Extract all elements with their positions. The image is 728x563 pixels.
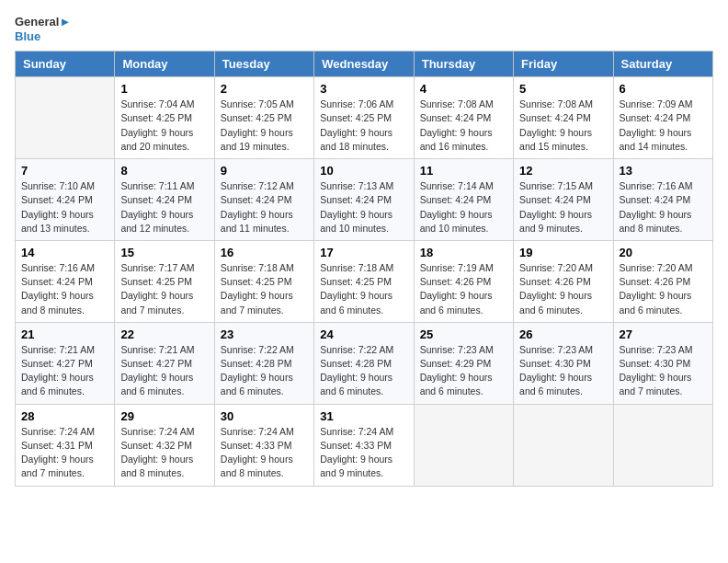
day-info: Sunrise: 7:08 AMSunset: 4:24 PMDaylight:…: [420, 98, 507, 154]
calendar-cell: [414, 404, 513, 486]
day-info: Sunrise: 7:18 AMSunset: 4:25 PMDaylight:…: [221, 261, 308, 317]
calendar-week-3: 14Sunrise: 7:16 AMSunset: 4:24 PMDayligh…: [16, 240, 713, 322]
day-info: Sunrise: 7:15 AMSunset: 4:24 PMDaylight:…: [519, 179, 607, 236]
calendar-cell: 20Sunrise: 7:20 AMSunset: 4:26 PMDayligh…: [613, 240, 712, 322]
weekday-header-wednesday: Wednesday: [314, 52, 414, 77]
day-number: 9: [221, 164, 308, 178]
day-number: 21: [21, 327, 108, 341]
calendar-cell: 5Sunrise: 7:08 AMSunset: 4:24 PMDaylight…: [514, 77, 613, 159]
day-number: 25: [420, 327, 507, 341]
day-info: Sunrise: 7:21 AMSunset: 4:27 PMDaylight:…: [21, 343, 108, 399]
day-info: Sunrise: 7:14 AMSunset: 4:24 PMDaylight:…: [420, 179, 507, 236]
calendar-cell: 27Sunrise: 7:23 AMSunset: 4:30 PMDayligh…: [613, 322, 712, 404]
day-info: Sunrise: 7:06 AMSunset: 4:25 PMDaylight:…: [320, 98, 407, 154]
logo: General► Blue: [15, 15, 71, 43]
day-info: Sunrise: 7:08 AMSunset: 4:24 PMDaylight:…: [519, 98, 607, 154]
calendar-cell: 13Sunrise: 7:16 AMSunset: 4:24 PMDayligh…: [613, 159, 712, 241]
day-info: Sunrise: 7:16 AMSunset: 4:24 PMDaylight:…: [21, 261, 108, 317]
day-info: Sunrise: 7:13 AMSunset: 4:24 PMDaylight:…: [320, 179, 407, 236]
day-info: Sunrise: 7:11 AMSunset: 4:24 PMDaylight:…: [120, 179, 208, 236]
day-info: Sunrise: 7:05 AMSunset: 4:25 PMDaylight:…: [221, 98, 308, 154]
calendar-cell: 6Sunrise: 7:09 AMSunset: 4:24 PMDaylight…: [613, 77, 712, 159]
calendar-cell: 23Sunrise: 7:22 AMSunset: 4:28 PMDayligh…: [214, 322, 313, 404]
day-number: 13: [620, 164, 707, 178]
calendar-week-4: 21Sunrise: 7:21 AMSunset: 4:27 PMDayligh…: [16, 322, 713, 404]
calendar-cell: 1Sunrise: 7:04 AMSunset: 4:25 PMDaylight…: [115, 77, 214, 159]
calendar-week-1: 1Sunrise: 7:04 AMSunset: 4:25 PMDaylight…: [16, 77, 713, 159]
day-number: 28: [21, 409, 108, 423]
weekday-header-friday: Friday: [514, 52, 613, 77]
calendar-cell: [613, 404, 712, 486]
day-info: Sunrise: 7:24 AMSunset: 4:32 PMDaylight:…: [120, 425, 208, 481]
calendar-cell: 18Sunrise: 7:19 AMSunset: 4:26 PMDayligh…: [414, 240, 513, 322]
calendar-cell: 16Sunrise: 7:18 AMSunset: 4:25 PMDayligh…: [214, 240, 313, 322]
day-info: Sunrise: 7:22 AMSunset: 4:28 PMDaylight:…: [221, 343, 308, 399]
calendar-cell: 21Sunrise: 7:21 AMSunset: 4:27 PMDayligh…: [16, 322, 115, 404]
weekday-header-sunday: Sunday: [16, 52, 115, 77]
day-info: Sunrise: 7:17 AMSunset: 4:25 PMDaylight:…: [120, 261, 208, 317]
calendar-cell: 30Sunrise: 7:24 AMSunset: 4:33 PMDayligh…: [214, 404, 313, 486]
day-info: Sunrise: 7:10 AMSunset: 4:24 PMDaylight:…: [21, 179, 108, 236]
day-number: 29: [120, 409, 208, 423]
day-number: 26: [519, 327, 607, 341]
weekday-header-thursday: Thursday: [414, 52, 513, 77]
calendar-header: SundayMondayTuesdayWednesdayThursdayFrid…: [16, 52, 713, 77]
calendar-cell: 9Sunrise: 7:12 AMSunset: 4:24 PMDaylight…: [214, 159, 313, 241]
day-number: 5: [519, 82, 607, 96]
day-number: 16: [221, 246, 308, 259]
day-number: 1: [120, 82, 208, 96]
day-number: 8: [120, 164, 208, 178]
calendar-table: SundayMondayTuesdayWednesdayThursdayFrid…: [15, 51, 713, 486]
weekday-header-tuesday: Tuesday: [214, 52, 313, 77]
calendar-cell: 22Sunrise: 7:21 AMSunset: 4:27 PMDayligh…: [115, 322, 214, 404]
day-number: 31: [320, 409, 407, 423]
day-number: 18: [420, 246, 507, 259]
calendar-cell: 29Sunrise: 7:24 AMSunset: 4:32 PMDayligh…: [115, 404, 214, 486]
day-info: Sunrise: 7:19 AMSunset: 4:26 PMDaylight:…: [420, 261, 507, 317]
calendar-cell: 4Sunrise: 7:08 AMSunset: 4:24 PMDaylight…: [414, 77, 513, 159]
calendar-cell: 11Sunrise: 7:14 AMSunset: 4:24 PMDayligh…: [414, 159, 513, 241]
day-number: 7: [21, 164, 108, 178]
day-info: Sunrise: 7:16 AMSunset: 4:24 PMDaylight:…: [620, 179, 707, 236]
day-number: 24: [320, 327, 407, 341]
calendar-cell: 17Sunrise: 7:18 AMSunset: 4:25 PMDayligh…: [314, 240, 414, 322]
calendar-cell: 15Sunrise: 7:17 AMSunset: 4:25 PMDayligh…: [115, 240, 214, 322]
day-number: 19: [519, 246, 607, 259]
calendar-week-5: 28Sunrise: 7:24 AMSunset: 4:31 PMDayligh…: [16, 404, 713, 486]
weekday-header-monday: Monday: [115, 52, 214, 77]
day-number: 12: [519, 164, 607, 178]
day-number: 3: [320, 82, 407, 96]
calendar-cell: 8Sunrise: 7:11 AMSunset: 4:24 PMDaylight…: [115, 159, 214, 241]
calendar-cell: 28Sunrise: 7:24 AMSunset: 4:31 PMDayligh…: [16, 404, 115, 486]
day-info: Sunrise: 7:18 AMSunset: 4:25 PMDaylight:…: [320, 261, 407, 317]
day-info: Sunrise: 7:24 AMSunset: 4:33 PMDaylight:…: [320, 425, 407, 481]
calendar-cell: 26Sunrise: 7:23 AMSunset: 4:30 PMDayligh…: [514, 322, 613, 404]
calendar-cell: [514, 404, 613, 486]
calendar-week-2: 7Sunrise: 7:10 AMSunset: 4:24 PMDaylight…: [16, 159, 713, 241]
day-number: 15: [120, 246, 208, 259]
day-number: 11: [420, 164, 507, 178]
day-number: 2: [221, 82, 308, 96]
calendar-cell: 31Sunrise: 7:24 AMSunset: 4:33 PMDayligh…: [314, 404, 414, 486]
logo-blue: Blue: [15, 29, 71, 44]
day-info: Sunrise: 7:23 AMSunset: 4:30 PMDaylight:…: [519, 343, 607, 399]
day-number: 14: [21, 246, 108, 259]
day-number: 27: [620, 327, 707, 341]
day-info: Sunrise: 7:23 AMSunset: 4:29 PMDaylight:…: [420, 343, 507, 399]
calendar-cell: 25Sunrise: 7:23 AMSunset: 4:29 PMDayligh…: [414, 322, 513, 404]
calendar-cell: 3Sunrise: 7:06 AMSunset: 4:25 PMDaylight…: [314, 77, 414, 159]
calendar-cell: 7Sunrise: 7:10 AMSunset: 4:24 PMDaylight…: [16, 159, 115, 241]
day-info: Sunrise: 7:22 AMSunset: 4:28 PMDaylight:…: [320, 343, 407, 399]
day-info: Sunrise: 7:20 AMSunset: 4:26 PMDaylight:…: [519, 261, 607, 317]
day-info: Sunrise: 7:24 AMSunset: 4:31 PMDaylight:…: [21, 425, 108, 481]
weekday-header-saturday: Saturday: [613, 52, 712, 77]
day-number: 22: [120, 327, 208, 341]
calendar-cell: 14Sunrise: 7:16 AMSunset: 4:24 PMDayligh…: [16, 240, 115, 322]
calendar-cell: 2Sunrise: 7:05 AMSunset: 4:25 PMDaylight…: [214, 77, 313, 159]
day-number: 30: [221, 409, 308, 423]
page-header: General► Blue: [15, 15, 713, 43]
day-info: Sunrise: 7:09 AMSunset: 4:24 PMDaylight:…: [620, 98, 707, 154]
logo-general: General►: [15, 15, 71, 29]
day-number: 23: [221, 327, 308, 341]
calendar-cell: 12Sunrise: 7:15 AMSunset: 4:24 PMDayligh…: [514, 159, 613, 241]
